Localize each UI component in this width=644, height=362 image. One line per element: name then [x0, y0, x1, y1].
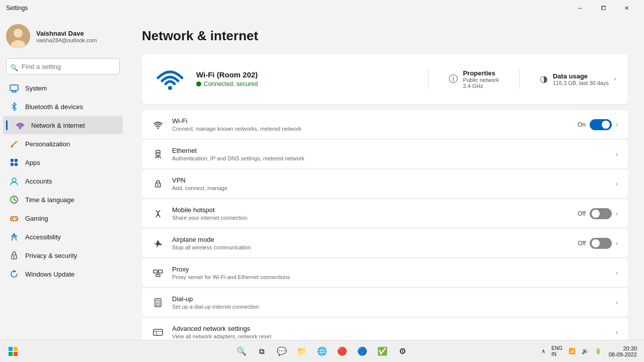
taskbar-battery[interactable]: 🔋 — [593, 347, 604, 355]
setting-text-airplane: Airplane mode Stop all wireless communic… — [172, 236, 570, 250]
page-title: Network & internet — [142, 28, 628, 44]
close-button[interactable]: ✕ — [615, 0, 638, 16]
sidebar-item-label: Bluetooth & devices — [25, 103, 83, 111]
start-button[interactable] — [4, 342, 22, 360]
sidebar-item-label: Windows Update — [25, 270, 74, 278]
setting-item-vpn[interactable]: VPN Add, connect, manage › — [142, 169, 628, 198]
svg-rect-48 — [156, 300, 159, 302]
svg-point-50 — [157, 303, 158, 304]
search-input[interactable] — [6, 58, 120, 74]
taskbar-app2[interactable]: 🔵 — [353, 342, 371, 360]
svg-rect-45 — [156, 275, 160, 277]
setting-item-advanced[interactable]: Advanced network settings View all netwo… — [142, 318, 628, 340]
taskbar-app3[interactable]: ✅ — [373, 342, 391, 360]
setting-right-airplane: Off › — [578, 238, 618, 249]
sidebar-item-label: Privacy & security — [25, 252, 77, 259]
taskbar-explorer[interactable]: 📁 — [293, 342, 311, 360]
user-name: Vaishnavi Dave — [36, 30, 97, 37]
sidebar-item-personalization[interactable]: Personalization — [3, 135, 123, 153]
svg-point-23 — [16, 219, 17, 220]
setting-icon-hotspot — [152, 208, 164, 220]
sidebar-item-label: Apps — [25, 159, 40, 166]
taskbar-center: 🔍 ⧉ 💬 📁 🌐 🔴 🔵 ✅ ⚙ — [232, 342, 412, 360]
setting-item-dialup[interactable]: Dial-up Set up a dial-up internet connec… — [142, 288, 628, 317]
sidebar-item-network[interactable]: Network & internet — [3, 116, 123, 134]
data-usage-chevron: › — [614, 75, 616, 82]
sidebar-item-privacy[interactable]: Privacy & security — [3, 246, 123, 264]
svg-point-27 — [14, 256, 15, 258]
wifi-hero-card[interactable]: Wi-Fi (Room 202) Connected, secured ⓘ Pr… — [142, 54, 628, 104]
setting-item-proxy[interactable]: Proxy Proxy server for Wi-Fi and Etherne… — [142, 258, 628, 287]
setting-title-vpn: VPN — [172, 176, 608, 184]
accounts-icon — [9, 176, 19, 186]
svg-point-24 — [13, 233, 15, 235]
setting-right-vpn: › — [616, 180, 618, 188]
sidebar-item-gaming[interactable]: Gaming — [3, 209, 123, 227]
toggle-wifi[interactable] — [590, 119, 612, 130]
chevron-ethernet: › — [616, 151, 618, 158]
taskbar-time[interactable]: 20:30 08-09-2022 — [606, 344, 640, 358]
setting-item-wifi[interactable]: Wi-Fi Connect, manage known networks, me… — [142, 110, 628, 139]
search-icon: 🔍 — [10, 64, 18, 71]
sidebar-item-bluetooth[interactable]: Bluetooth & devices — [3, 98, 123, 116]
svg-rect-42 — [153, 270, 157, 273]
wifi-meta: ⓘ Properties Public network 2.4 GHz ◑ Da… — [428, 69, 616, 89]
time-icon — [9, 195, 19, 205]
setting-item-hotspot[interactable]: Mobile hotspot Share your internet conne… — [142, 199, 628, 228]
sidebar-item-system[interactable]: System — [3, 79, 123, 97]
maximize-button[interactable]: ⧠ — [592, 0, 615, 16]
svg-line-8 — [11, 142, 16, 147]
sidebar-item-accessibility[interactable]: Accessibility — [3, 228, 123, 246]
svg-rect-55 — [153, 329, 163, 335]
chevron-proxy: › — [616, 269, 618, 277]
setting-item-ethernet[interactable]: Ethernet Authentication, IP and DNS sett… — [142, 140, 628, 168]
chevron-airplane: › — [616, 240, 618, 247]
taskbar-wifi-icon[interactable]: 📶 — [567, 347, 578, 355]
chevron-wifi: › — [616, 121, 618, 128]
bluetooth-icon — [9, 102, 19, 112]
wifi-properties-button[interactable]: ⓘ Properties Public network 2.4 GHz — [449, 69, 499, 89]
toggle-knob-wifi — [602, 121, 610, 129]
personalization-icon — [9, 139, 19, 149]
taskbar-overflow[interactable]: ∧ — [539, 347, 547, 355]
chevron-dialup: › — [616, 299, 618, 306]
properties-icon: ⓘ — [449, 73, 458, 85]
taskbar-lang[interactable]: ENGIN — [549, 344, 565, 358]
setting-item-airplane[interactable]: Airplane mode Stop all wireless communic… — [142, 229, 628, 257]
sidebar-item-label: Personalization — [25, 140, 70, 148]
svg-rect-13 — [11, 163, 14, 166]
taskbar-search[interactable]: 🔍 — [232, 342, 251, 360]
setting-text-proxy: Proxy Proxy server for Wi-Fi and Etherne… — [172, 265, 608, 280]
setting-right-hotspot: Off › — [578, 208, 618, 219]
toggle-airplane[interactable] — [590, 238, 612, 249]
sidebar-item-label: Time & language — [25, 196, 74, 204]
wifi-datausage-button[interactable]: ◑ Data usage 116.3 GB, last 30 days › — [540, 72, 616, 86]
svg-rect-12 — [15, 159, 18, 162]
svg-point-53 — [157, 305, 158, 306]
system-icon — [9, 83, 19, 93]
taskbar-browser[interactable]: 🌐 — [313, 342, 331, 360]
svg-rect-61 — [14, 352, 18, 356]
svg-point-54 — [159, 305, 160, 306]
setting-desc-advanced: View all network adapters, network reset — [172, 333, 608, 339]
setting-icon-vpn — [152, 178, 164, 190]
sidebar-item-accounts[interactable]: Accounts — [3, 172, 123, 190]
taskbar-volume[interactable]: 🔊 — [580, 347, 591, 355]
chevron-hotspot: › — [616, 210, 618, 217]
taskbar-settings[interactable]: ⚙ — [393, 342, 412, 360]
setting-desc-dialup: Set up a dial-up internet connection — [172, 304, 608, 310]
sidebar-item-windowsupdate[interactable]: Windows Update — [3, 265, 123, 283]
taskbar-app1[interactable]: 🔴 — [333, 342, 351, 360]
setting-desc-hotspot: Share your internet connection — [172, 215, 570, 221]
sidebar-item-label: Network & internet — [31, 122, 85, 129]
taskbar-chat[interactable]: 💬 — [273, 342, 291, 360]
sidebar: Vaishnavi Dave vaisha284@outlook.com 🔍 S… — [0, 16, 126, 340]
sidebar-item-time[interactable]: Time & language — [3, 191, 123, 209]
properties-sub2: 2.4 GHz — [463, 83, 499, 89]
toggle-hotspot[interactable] — [590, 208, 612, 219]
sidebar-item-apps[interactable]: Apps — [3, 153, 123, 171]
user-profile[interactable]: Vaishnavi Dave vaisha284@outlook.com — [0, 16, 126, 56]
setting-text-wifi: Wi-Fi Connect, manage known networks, me… — [172, 117, 570, 132]
minimize-button[interactable]: ─ — [569, 0, 592, 16]
taskbar-taskview[interactable]: ⧉ — [253, 342, 271, 360]
